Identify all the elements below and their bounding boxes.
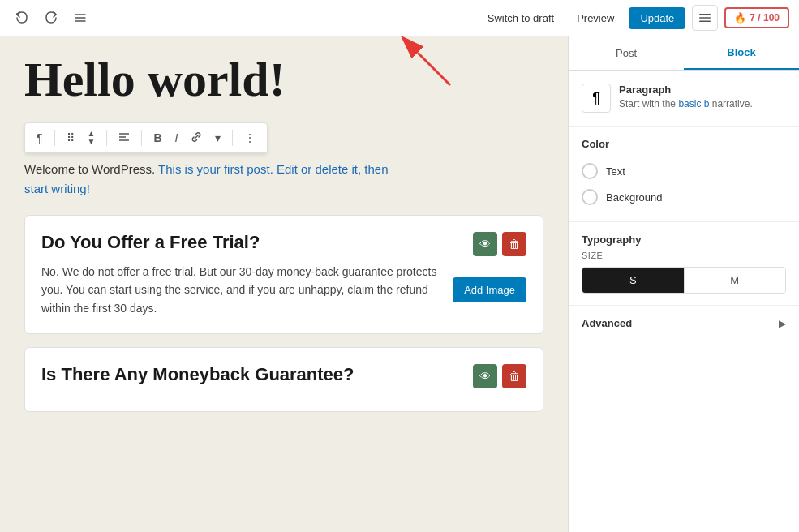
svg-rect-4 — [699, 17, 711, 19]
paragraph-block[interactable]: Welcome to WordPress. This is your first… — [24, 160, 543, 199]
chevron-right-icon: ▶ — [779, 318, 786, 329]
text-color-circle — [582, 163, 598, 179]
tab-block[interactable]: Block — [684, 36, 799, 70]
size-s-button[interactable]: S — [582, 268, 685, 293]
top-bar-right: Switch to draft Preview Update 🔥 7 / 100 — [479, 5, 789, 31]
block-options-button[interactable]: ⋮ — [239, 128, 260, 148]
block-type-icon: ¶ — [582, 84, 611, 113]
color-section-label: Color — [582, 138, 786, 150]
svg-rect-5 — [699, 21, 711, 23]
text-color-label: Text — [606, 165, 625, 178]
faq-card-1: Do You Offer a Free Trial? 👁 🗑 No. We do… — [24, 215, 543, 334]
paragraph-block-icon: ¶ — [592, 90, 600, 107]
block-name: Paragraph — [619, 84, 753, 96]
block-info-row: ¶ Paragraph Start with the basic b narra… — [582, 84, 786, 113]
drag-icon: ⠿ — [67, 131, 75, 144]
advanced-section: Advanced ▶ — [569, 306, 799, 341]
link-icon — [191, 131, 202, 145]
faq-2-title[interactable]: Is There Any Moneyback Guarantee? — [41, 364, 354, 385]
block-info: ¶ Paragraph Start with the basic b narra… — [569, 71, 799, 127]
move-up-button[interactable]: ▲▼ — [83, 127, 101, 149]
redo-button[interactable] — [39, 6, 63, 30]
typography-label: Typography — [582, 234, 786, 246]
faq-1-title[interactable]: Do You Offer a Free Trial? — [41, 232, 260, 253]
fire-icon: 🔥 — [734, 12, 746, 24]
paragraph-type-button[interactable]: ¶ — [32, 128, 48, 148]
typography-section: Typography SIZE S M — [569, 222, 799, 306]
faq-card-2-header: 👁 🗑 Is There Any Moneyback Guarantee? — [41, 364, 526, 395]
color-section: Color Text Background — [569, 127, 799, 222]
post-count-button[interactable]: 🔥 7 / 100 — [724, 7, 789, 28]
top-bar-left — [10, 6, 92, 30]
block-description: Start with the basic b narrative. — [619, 97, 753, 111]
faq-2-delete-button[interactable]: 🗑 — [502, 364, 526, 388]
faq-1-body: No. We do not offer a free trial. But ou… — [41, 263, 526, 317]
trash-icon-2: 🗑 — [509, 370, 520, 383]
block-details: Paragraph Start with the basic b narrati… — [619, 84, 753, 111]
background-color-option[interactable]: Background — [582, 184, 786, 210]
faq-1-text[interactable]: No. We do not offer a free trial. But ou… — [41, 263, 443, 317]
faq-card-1-header: Do You Offer a Free Trial? 👁 🗑 — [41, 232, 526, 263]
trash-icon: 🗑 — [509, 238, 520, 251]
sidebar-tabs: Post Block — [569, 36, 799, 71]
faq-2-visibility-button[interactable]: 👁 — [473, 364, 497, 388]
faq-1-actions: 👁 🗑 — [473, 232, 526, 256]
paragraph-icon: ¶ — [37, 131, 43, 144]
undo-button[interactable] — [10, 6, 34, 30]
editor-area[interactable]: Hello world! ¶ ⠿ ▲▼ — [0, 36, 568, 532]
toolbar-separator-1 — [54, 130, 55, 146]
faq-2-actions: 👁 🗑 — [473, 364, 526, 388]
switch-draft-button[interactable]: Switch to draft — [479, 7, 562, 29]
add-image-button[interactable]: Add Image — [453, 277, 526, 302]
text-color-option[interactable]: Text — [582, 158, 786, 184]
update-button[interactable]: Update — [629, 7, 685, 29]
toolbar-separator-4 — [232, 130, 233, 146]
background-color-label: Background — [606, 191, 662, 204]
faq-1-delete-button[interactable]: 🗑 — [502, 232, 526, 256]
italic-button[interactable]: I — [170, 128, 183, 148]
advanced-row[interactable]: Advanced ▶ — [582, 317, 786, 329]
align-button[interactable] — [114, 128, 135, 148]
svg-rect-3 — [699, 14, 711, 15]
preview-button[interactable]: Preview — [569, 7, 622, 29]
faq-card-2: 👁 🗑 Is There Any Moneyback Guarantee? — [24, 347, 543, 412]
toolbar-separator-2 — [106, 130, 107, 146]
top-bar: Switch to draft Preview Update 🔥 7 / 100 — [0, 0, 799, 36]
eye-icon: 👁 — [479, 238, 491, 251]
faq-1-visibility-button[interactable]: 👁 — [473, 232, 497, 256]
main-layout: Hello world! ¶ ⠿ ▲▼ — [0, 36, 799, 532]
more-options-button[interactable]: ▾ — [210, 128, 226, 148]
sidebar: Post Block ¶ Paragraph Start with the ba… — [568, 36, 799, 532]
post-count-text: 7 / 100 — [750, 12, 780, 24]
tab-post[interactable]: Post — [569, 36, 684, 70]
bold-button[interactable]: B — [148, 128, 166, 148]
settings-button[interactable] — [692, 5, 718, 31]
drag-handle-button[interactable]: ⠿ — [62, 128, 79, 148]
move-icon: ▲▼ — [88, 130, 96, 146]
size-m-button[interactable]: M — [685, 268, 786, 293]
post-title[interactable]: Hello world! — [24, 53, 543, 106]
background-color-circle — [582, 189, 598, 205]
link-button[interactable] — [186, 128, 207, 148]
size-buttons: S M — [582, 267, 786, 294]
align-icon — [118, 131, 130, 145]
size-label: SIZE — [582, 251, 786, 260]
toolbar-separator-3 — [141, 130, 142, 146]
list-view-button[interactable] — [68, 6, 92, 30]
block-toolbar: ¶ ⠿ ▲▼ B — [24, 122, 268, 153]
advanced-label: Advanced — [582, 317, 632, 329]
eye-icon-2: 👁 — [479, 370, 491, 383]
